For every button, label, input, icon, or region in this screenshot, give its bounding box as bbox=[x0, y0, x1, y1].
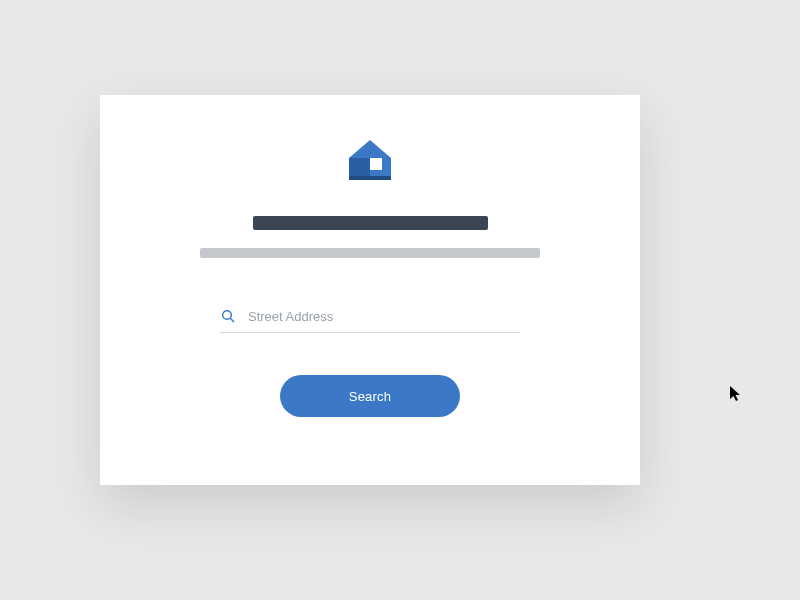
svg-line-6 bbox=[230, 318, 234, 322]
search-icon bbox=[220, 308, 236, 324]
address-input[interactable] bbox=[248, 309, 520, 324]
svg-rect-4 bbox=[349, 176, 391, 180]
search-button[interactable]: Search bbox=[280, 375, 460, 417]
svg-point-5 bbox=[223, 311, 232, 320]
heading-placeholder bbox=[253, 216, 488, 230]
address-input-row[interactable] bbox=[220, 308, 520, 333]
svg-marker-7 bbox=[730, 386, 740, 401]
subheading-placeholder bbox=[200, 248, 540, 258]
svg-rect-3 bbox=[370, 158, 382, 170]
cursor-icon bbox=[730, 386, 742, 402]
svg-marker-0 bbox=[349, 140, 391, 158]
house-logo-icon bbox=[343, 140, 397, 188]
search-card: Search bbox=[100, 95, 640, 485]
